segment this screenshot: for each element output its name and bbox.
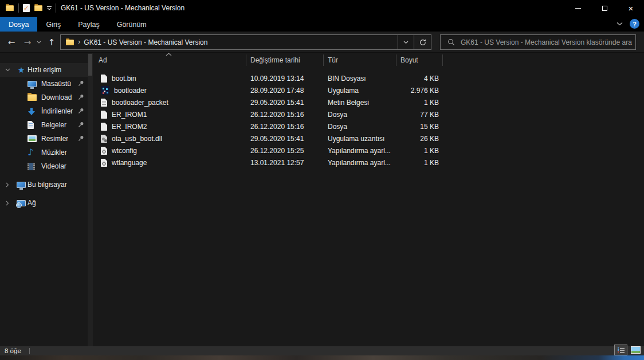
breadcrumb[interactable]: GK61 - US Version - Mechanical Version [84, 38, 207, 46]
file-icon [101, 111, 107, 119]
sort-ascending-icon [166, 53, 172, 56]
back-button[interactable]: ← [5, 32, 18, 53]
file-modified: 29.05.2020 15:41 [246, 99, 324, 107]
divider [18, 3, 19, 13]
search-placeholder: GK61 - US Version - Mechanical Version k… [461, 38, 632, 46]
table-row[interactable]: bootloader 28.09.2020 17:48 Uygulama 2.9… [93, 84, 644, 96]
file-type: Uygulama uzantısı [324, 135, 396, 143]
explorer-window: GK61 - US Version - Mechanical Version ×… [0, 0, 644, 360]
file-size: 15 KB [396, 123, 443, 131]
window-title: GK61 - US Version - Mechanical Version [61, 4, 184, 12]
sidebar-item-network[interactable]: Ağ [0, 196, 88, 210]
file-type: Yapılandırma ayarl... [324, 147, 396, 155]
properties-icon[interactable] [23, 4, 30, 12]
sidebar-item-download[interactable]: Download [0, 91, 88, 104]
table-row[interactable]: wtconfig 26.12.2020 15:25 Yapılandırma a… [93, 144, 644, 156]
column-header-name[interactable]: Ad [93, 54, 246, 66]
file-size: 2.976 KB [396, 87, 443, 95]
chevron-right-icon[interactable] [0, 182, 15, 187]
sidebar-item-documents[interactable]: Belgeler [0, 118, 88, 132]
scrollbar-thumb[interactable] [88, 54, 92, 76]
file-name: bootloader [114, 87, 147, 95]
search-input[interactable]: GK61 - US Version - Mechanical Version k… [440, 34, 636, 50]
new-folder-icon[interactable] [34, 5, 42, 11]
close-button[interactable]: × [618, 0, 644, 16]
sidebar-item-label: Masaüstü [41, 80, 71, 88]
column-header-type[interactable]: Tür [324, 54, 396, 66]
sidebar-item-quick-access[interactable]: ★ Hızlı erişim [0, 63, 88, 77]
pin-icon [78, 122, 84, 130]
sidebar-item-label: Ağ [28, 199, 36, 207]
table-row[interactable]: wtlanguage 13.01.2021 12:57 Yapılandırma… [93, 156, 644, 169]
table-row[interactable]: ota_usb_boot.dll 29.05.2020 15:41 Uygula… [93, 132, 644, 144]
details-view-icon [617, 347, 625, 353]
title-bar: GK61 - US Version - Mechanical Version × [0, 0, 644, 16]
close-icon: × [629, 4, 634, 13]
quick-access-icon: ★ [18, 66, 25, 74]
recent-locations-dropdown[interactable] [34, 32, 44, 53]
column-header-modified[interactable]: Değiştirme tarihi [246, 54, 324, 66]
column-header-size[interactable]: Boyut [396, 54, 443, 66]
file-name: wtlanguage [112, 159, 147, 167]
refresh-icon [419, 38, 427, 46]
table-row[interactable]: boot.bin 10.09.2019 13:14 BIN Dosyası 4 … [93, 72, 644, 84]
sidebar-item-this-pc[interactable]: Bu bilgisayar [0, 178, 88, 191]
forward-button[interactable]: → [21, 32, 34, 53]
file-size: 26 KB [396, 135, 443, 143]
up-icon: ↑ [48, 37, 56, 48]
maximize-icon [602, 6, 607, 11]
pin-icon [78, 80, 84, 88]
sidebar-item-label: Müzikler [41, 148, 67, 156]
maximize-button[interactable] [591, 0, 618, 16]
sidebar-scrollbar[interactable] [88, 53, 93, 346]
customize-toolbar-dropdown-icon[interactable] [47, 6, 52, 10]
tab-giris[interactable]: Giriş [37, 17, 69, 32]
sidebar-item-pictures[interactable]: Resimler [0, 132, 88, 146]
file-modified: 29.05.2020 15:41 [246, 135, 324, 143]
sidebar-item-label: Hızlı erişim [28, 66, 61, 74]
sidebar-item-label: Resimler [41, 135, 68, 143]
file-type: Uygulama [324, 87, 396, 95]
table-row[interactable]: bootloader_packet 29.05.2020 15:41 Metin… [93, 96, 644, 108]
folder-icon [28, 94, 37, 101]
ribbon-collapse-icon[interactable] [616, 22, 623, 26]
address-bar[interactable]: › GK61 - US Version - Mechanical Version [60, 34, 414, 50]
desktop-icon [28, 81, 37, 87]
help-icon[interactable]: ? [630, 19, 639, 29]
file-type: Metin Belgesi [324, 99, 396, 107]
file-name: ER_IROM2 [112, 123, 147, 131]
file-modified: 10.09.2019 13:14 [246, 75, 324, 83]
tab-gorunum[interactable]: Görünüm [108, 17, 155, 32]
table-row[interactable]: ER_IROM1 26.12.2020 15:16 Dosya 77 KB [93, 108, 644, 120]
minimize-button[interactable] [565, 0, 591, 16]
column-headers: Ad Değiştirme tarihi Tür Boyut [93, 53, 644, 68]
table-row[interactable]: ER_IROM2 26.12.2020 15:16 Dosya 15 KB [93, 120, 644, 132]
config-file-icon [101, 159, 107, 167]
chevron-down-icon[interactable] [0, 68, 15, 72]
address-dropdown[interactable] [398, 35, 414, 49]
ribbon-tab-bar: Dosya Giriş Paylaş Görünüm ? [0, 16, 644, 32]
downloads-icon [28, 107, 36, 116]
sidebar-item-downloads[interactable]: İndirilenler [0, 104, 88, 118]
minimize-icon [575, 8, 581, 9]
tab-paylas[interactable]: Paylaş [69, 17, 108, 32]
sidebar-item-desktop[interactable]: Masaüstü [0, 77, 88, 91]
main-area: ★ Hızlı erişim Masaüstü Download İndiril… [0, 53, 644, 346]
file-name: wtconfig [112, 147, 137, 155]
tab-dosya[interactable]: Dosya [0, 17, 37, 32]
refresh-button[interactable] [414, 34, 431, 50]
file-type: Yapılandırma ayarl... [324, 159, 396, 167]
desktop-edge-strip [0, 355, 644, 360]
thumbnails-view-button[interactable] [629, 345, 642, 355]
divider [56, 3, 56, 13]
chevron-right-icon[interactable] [0, 201, 15, 206]
text-file-icon [101, 99, 107, 107]
sidebar-item-videos[interactable]: Videolar [0, 159, 88, 173]
file-modified: 28.09.2020 17:48 [246, 87, 324, 95]
file-list-pane: Ad Değiştirme tarihi Tür Boyut boot.bin … [93, 53, 644, 346]
details-view-button[interactable] [614, 345, 627, 355]
sidebar-item-music[interactable]: ♪ Müzikler [0, 146, 88, 159]
address-folder-icon [66, 39, 74, 45]
file-icon [101, 123, 107, 131]
up-button[interactable]: ↑ [45, 32, 58, 53]
